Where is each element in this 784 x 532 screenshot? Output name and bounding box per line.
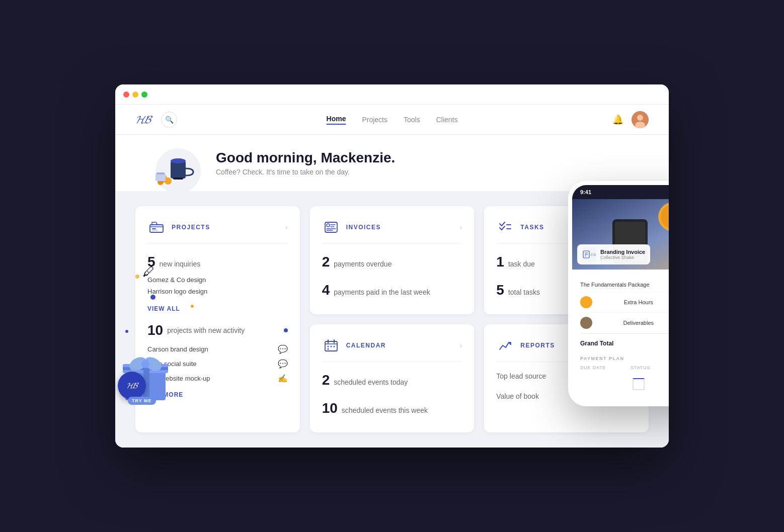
nav-home[interactable]: Home xyxy=(327,115,346,125)
invoice-company: Collective Shake xyxy=(600,255,645,260)
calendar-icon xyxy=(322,336,340,354)
svg-rect-10 xyxy=(155,173,166,181)
project-list: Gomez & Co design Harrison logo design xyxy=(147,276,288,295)
activity-dot xyxy=(284,328,288,332)
nav-links: Home Projects Tools Clients xyxy=(327,115,458,125)
greeting-subtitle: Coffee? Check. It's time to take on the … xyxy=(216,168,395,176)
hero-text: Good morning, Mackenzie. Coffee? Check. … xyxy=(216,150,395,176)
activity-label: projects with new activity xyxy=(167,326,245,334)
traffic-lights xyxy=(123,92,147,98)
signature-icon: ✍ xyxy=(278,374,288,383)
calendar-arrow[interactable]: › xyxy=(460,341,462,349)
svg-rect-13 xyxy=(152,228,156,229)
tasks-title: TASKS xyxy=(520,224,544,231)
list-item[interactable]: Gomez & Co design xyxy=(147,276,288,284)
invoice-badge-icon: CS xyxy=(582,247,596,261)
search-button[interactable]: 🔍 xyxy=(161,112,177,128)
svg-point-23 xyxy=(327,346,329,347)
invoice-badge-text: Branding Invoice Collective Shake xyxy=(600,249,645,260)
activity-count: 10 xyxy=(147,322,163,338)
overdue-stat: 2 payments overdue xyxy=(322,254,462,270)
calendar-card-header: CALENDAR › xyxy=(322,336,462,362)
hero-illustration xyxy=(145,146,211,191)
fullscreen-button[interactable] xyxy=(141,92,147,98)
list-item: Deliverables $200 xyxy=(580,313,669,333)
svg-rect-11 xyxy=(156,172,165,174)
invoices-card: INVOICES › 2 payments overdue 4 payments… xyxy=(310,206,475,314)
view-all-link[interactable]: VIEW ALL xyxy=(147,305,180,312)
events-today-count: 2 xyxy=(322,372,330,388)
close-button[interactable] xyxy=(123,92,129,98)
events-week-label: scheduled events this week xyxy=(342,406,428,414)
paid-count: 4 xyxy=(322,282,330,298)
svg-point-16 xyxy=(327,224,330,227)
phone-invoice-badge: CS Branding Invoice Collective Shake xyxy=(577,244,650,264)
list-item: The Fundamentals Package $2,000 xyxy=(580,278,669,292)
mac-titlebar xyxy=(115,84,669,105)
svg-point-1 xyxy=(637,115,643,121)
invoice-stats: 2 payments overdue 4 payments paid in th… xyxy=(322,254,462,302)
phone-time: 9:41 xyxy=(580,189,591,195)
phone-overlay: 9:41 ▐▐▐ ⌇ ▬ xyxy=(568,181,669,406)
hb-badge: 𝓗𝓑 xyxy=(118,372,146,400)
projects-icon xyxy=(147,218,166,236)
svg-point-24 xyxy=(330,346,332,347)
svg-rect-14 xyxy=(152,230,158,231)
line-item-name: Extra Hours xyxy=(624,299,653,305)
greeting-text: Good morning, Mackenzie. xyxy=(216,150,395,166)
svg-point-43 xyxy=(141,360,149,368)
grand-total-row: Grand Total $2,400 xyxy=(580,333,669,351)
blue-dot xyxy=(150,295,155,300)
list-item[interactable]: Harrison logo design xyxy=(147,288,288,295)
status-header: STATUS xyxy=(631,365,650,370)
svg-rect-12 xyxy=(150,225,163,232)
nav-right: 🔔 xyxy=(612,111,649,128)
blue-dot xyxy=(125,330,128,333)
paid-label: payments paid in the last week xyxy=(334,288,430,296)
decorations: 🖊 xyxy=(130,345,191,407)
reports-title: REPORTS xyxy=(520,342,555,349)
inquiries-label: new inquiries xyxy=(160,260,201,268)
events-today-label: scheduled events today xyxy=(334,378,408,386)
payment-table-header: DUE DATE STATUS AMOUNT xyxy=(580,365,669,374)
user-avatar[interactable] xyxy=(632,111,649,128)
projects-card-header: PROJECTS › xyxy=(147,218,288,244)
svg-point-5 xyxy=(171,158,186,163)
confetti-dot xyxy=(191,305,194,308)
invoices-icon xyxy=(322,218,340,236)
due-date-header: DUE DATE xyxy=(580,365,606,370)
phone-hero-image: CS Branding Invoice Collective Shake xyxy=(572,199,669,270)
task-due-label: task due xyxy=(508,260,535,268)
try-me-badge[interactable]: TRY ME xyxy=(128,397,156,405)
projects-arrow[interactable]: › xyxy=(285,223,288,231)
invoices-arrow[interactable]: › xyxy=(460,223,462,231)
pen-icon: 🖊 xyxy=(143,264,155,279)
calendar-title: CALENDAR xyxy=(346,342,386,349)
total-tasks-label: total tasks xyxy=(508,288,540,296)
nav-tools[interactable]: Tools xyxy=(404,116,420,124)
events-today-stat: 2 scheduled events today xyxy=(322,372,462,388)
svg-rect-15 xyxy=(325,222,337,232)
events-week-stat: 10 scheduled events this week xyxy=(322,400,462,416)
new-inquiries-stat: 5 new inquiries xyxy=(147,254,288,270)
payment-plan-section: PAYMENT PLAN xyxy=(580,351,669,365)
paid-stat: 4 payments paid in the last week xyxy=(322,282,462,298)
nav-clients[interactable]: Clients xyxy=(436,116,458,124)
minimize-button[interactable] xyxy=(132,92,138,98)
tasks-icon xyxy=(496,218,514,236)
phone-body: The Fundamentals Package $2,000 Extra Ho… xyxy=(572,270,669,402)
chat-icon: 💬 xyxy=(278,344,288,354)
reports-icon xyxy=(496,336,514,354)
svg-point-8 xyxy=(165,178,172,185)
overdue-count: 2 xyxy=(322,254,330,270)
activity-header: 10 projects with new activity xyxy=(147,322,288,338)
invoices-title: INVOICES xyxy=(346,224,381,231)
mac-window: 𝓗𝓑 🔍 Home Projects Tools Clients 🔔 xyxy=(115,84,669,448)
nav-projects[interactable]: Projects xyxy=(362,116,387,124)
confetti-dot xyxy=(135,275,139,279)
logo: 𝓗𝓑 xyxy=(135,113,151,126)
notification-bell[interactable]: 🔔 xyxy=(612,114,623,125)
svg-rect-6 xyxy=(173,178,183,180)
gift-box: 𝓗𝓑 TRY ME xyxy=(120,345,181,407)
invoices-card-header: INVOICES › xyxy=(322,218,462,244)
